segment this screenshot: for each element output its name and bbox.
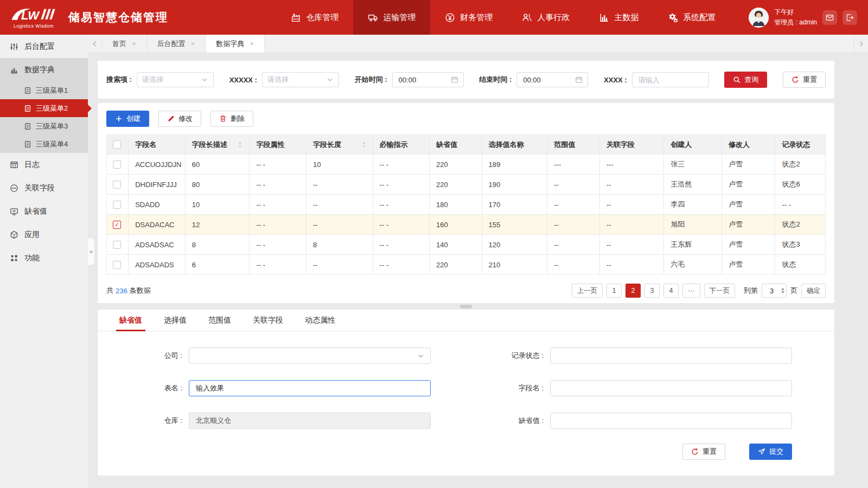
table-row-5[interactable]: ADSADADS6-- ----- -220210----六毛卢雪状态: [107, 255, 826, 275]
warehouse-input: [195, 416, 425, 426]
detail-tab-2[interactable]: 范围值: [197, 310, 242, 331]
xxxxx-select[interactable]: 请选择: [262, 72, 339, 87]
detail-tab-3[interactable]: 关联字段: [242, 310, 294, 331]
sidebar-subitem-1-3[interactable]: 三级菜单4: [0, 135, 88, 153]
table-cell: 卢雪: [722, 195, 775, 215]
top-nav-item-3[interactable]: 人事行政: [507, 0, 584, 35]
close-icon[interactable]: ×: [250, 40, 254, 48]
sidebar-item-6[interactable]: 功能: [0, 246, 88, 269]
sidebar-subitem-1-1[interactable]: 三级菜单2: [0, 99, 88, 117]
sidebar-item-4[interactable]: 缺省值: [0, 200, 88, 223]
truck-icon: [368, 12, 378, 23]
form-reset-button[interactable]: 重置: [682, 444, 725, 460]
tab-label: 首页: [112, 39, 126, 49]
detail-tab-1[interactable]: 选择值: [153, 310, 197, 331]
avatar[interactable]: [749, 8, 769, 28]
sidebar-item-1[interactable]: 数据字典: [0, 58, 88, 81]
end-time-input[interactable]: [522, 75, 575, 85]
default-value-input[interactable]: [556, 416, 786, 426]
detail-tab-4[interactable]: 动态属性: [294, 310, 346, 331]
stepper-down-icon[interactable]: [781, 291, 784, 293]
start-time-input[interactable]: [398, 75, 451, 85]
sidebar-item-0[interactable]: 后台配置: [0, 35, 88, 58]
table-cell: -- -: [373, 175, 430, 195]
top-nav-item-4[interactable]: 主数据: [584, 0, 653, 35]
tabs-scroll-right-button[interactable]: [854, 35, 868, 53]
table-cell: 卢雪: [722, 175, 775, 195]
filter-start-time-group: 开始时间 :: [355, 72, 464, 87]
close-icon[interactable]: ×: [191, 40, 195, 48]
company-select[interactable]: [189, 348, 431, 364]
table-cell: 王浩然: [664, 175, 722, 195]
stepper-up-icon[interactable]: [781, 288, 784, 290]
table-row-3[interactable]: ✓DSADACAC12-- ----- -160155----旭阳卢雪状态2: [107, 215, 826, 235]
table-cell: 60: [185, 155, 250, 175]
sidebar-collapse-handle[interactable]: «: [88, 237, 95, 266]
table-row-4[interactable]: ADSADSAC8-- -8-- -140120----王东辉卢雪状态3: [107, 235, 826, 255]
table-row-2[interactable]: SDADD10-- ----- -180170----李四卢雪-- -: [107, 195, 826, 215]
pager-ellipsis[interactable]: ···: [682, 284, 700, 298]
top-nav-item-2[interactable]: 财务管理: [430, 0, 507, 35]
row-checkbox[interactable]: [113, 241, 121, 249]
tab-1[interactable]: 后台配置×: [147, 35, 206, 53]
query-button[interactable]: 查询: [724, 72, 767, 88]
next-page-button[interactable]: 下一页: [704, 284, 736, 298]
default-value-label: 缺省值 :: [492, 416, 544, 426]
sort-icon[interactable]: [361, 141, 366, 149]
warehouse-label: 仓库 :: [130, 416, 182, 426]
page-button-4[interactable]: 4: [663, 284, 679, 298]
sidebar-item-5[interactable]: 应用: [0, 223, 88, 246]
row-checkbox[interactable]: [113, 160, 121, 169]
page-button-3[interactable]: 3: [644, 284, 660, 298]
row-checkbox[interactable]: [113, 181, 121, 189]
modify-button[interactable]: 修改: [158, 111, 201, 127]
prev-page-button[interactable]: 上一页: [572, 284, 603, 298]
table-row-1[interactable]: DHDIFNFJJJ80-- ----- -220190----王浩然卢雪状态6: [107, 175, 826, 195]
detail-tab-0[interactable]: 缺省值: [108, 310, 153, 331]
top-nav-item-5[interactable]: 系统配置: [653, 0, 730, 35]
sort-icon[interactable]: [238, 141, 242, 149]
filter-reset-button[interactable]: 重置: [783, 72, 826, 88]
sidebar-item-2[interactable]: 日志: [0, 153, 88, 176]
tabs-scroll-left-button[interactable]: [88, 35, 102, 53]
tab-2[interactable]: 数据字典×: [206, 35, 265, 53]
cell-value: 卢雪: [729, 180, 743, 188]
sidebar-subitem-1-2[interactable]: 三级菜单3: [0, 117, 88, 135]
create-button[interactable]: 创建: [106, 111, 149, 127]
user-info: 下午好 管理员 : admin: [774, 7, 817, 27]
goto-confirm-button[interactable]: 确定: [801, 284, 826, 298]
splitter-handle[interactable]: [460, 305, 472, 309]
logout-button[interactable]: [843, 10, 857, 25]
goto-page-stepper[interactable]: 3: [762, 284, 787, 298]
row-checkbox[interactable]: [113, 261, 121, 269]
page-button-1[interactable]: 1: [607, 284, 622, 298]
column-header-label: 缺省值: [436, 140, 457, 150]
cell-value: ---: [554, 160, 561, 169]
field-name-input[interactable]: [556, 384, 786, 393]
delete-button[interactable]: 删除: [210, 111, 253, 127]
top-nav-item-0[interactable]: 仓库管理: [276, 0, 353, 35]
select-all-checkbox[interactable]: [113, 140, 121, 149]
sidebar-subitem-1-0[interactable]: 三级菜单1: [0, 81, 88, 99]
table-row-0[interactable]: ACCUOJJDJN60-- -10-- -220189------张三卢雪状态…: [107, 155, 826, 175]
cell-value: SDADD: [135, 201, 160, 209]
top-nav-item-1[interactable]: 运输管理: [353, 0, 430, 35]
stepper-arrows[interactable]: [781, 288, 784, 293]
row-checkbox[interactable]: ✓: [113, 221, 121, 229]
page-button-2[interactable]: 2: [626, 284, 641, 298]
tab-0[interactable]: 首页×: [102, 35, 147, 53]
tab-label: 后台配置: [157, 39, 186, 49]
sidebar-item-3[interactable]: 关联字段: [0, 176, 88, 200]
row-checkbox[interactable]: [113, 201, 121, 209]
xxxx-input[interactable]: [637, 75, 704, 85]
end-time-field: [516, 72, 588, 87]
table-name-input[interactable]: [195, 384, 425, 393]
close-icon[interactable]: ×: [132, 40, 136, 48]
form-submit-button[interactable]: 提交: [749, 444, 792, 460]
search-item-select[interactable]: 请选择: [137, 72, 214, 87]
mail-button[interactable]: [822, 10, 837, 25]
record-status-input[interactable]: [556, 351, 786, 361]
send-icon: [758, 448, 765, 455]
table-cell: ---: [547, 155, 600, 175]
table-cell: 160: [430, 215, 482, 235]
